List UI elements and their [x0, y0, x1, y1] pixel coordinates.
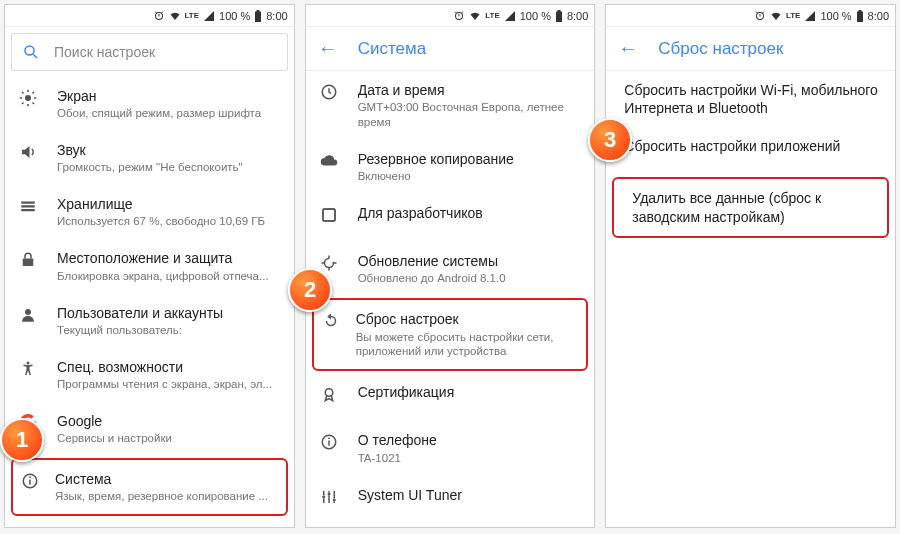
settings-panel-3: LTE 100 % 8:00 ← Сброс настроек Сбросить…	[605, 4, 896, 528]
lock-icon	[17, 249, 39, 269]
svg-point-0	[25, 46, 34, 55]
clock-label: 8:00	[266, 10, 287, 22]
step-bubble-1: 1	[0, 418, 44, 462]
svg-point-19	[327, 492, 330, 495]
reset-list[interactable]: Сбросить настройки Wi-Fi, мобильного Инт…	[606, 71, 895, 527]
a11y-icon	[17, 358, 39, 378]
system-row-info[interactable]: О телефонеTA-1021	[306, 421, 595, 475]
system-row-reset[interactable]: Сброс настроекВы можете сбросить настрой…	[312, 298, 589, 371]
signal-label: LTE	[485, 11, 500, 20]
header-title: Сброс настроек	[658, 39, 783, 59]
row-subtitle: Программы чтения с экрана, экран, эл...	[57, 377, 280, 392]
row-subtitle: Используется 67 %, свободно 10,69 ГБ	[57, 214, 280, 229]
row-title: Экран	[57, 87, 280, 105]
header: ← Сброс настроек	[606, 27, 895, 71]
row-subtitle: Язык, время, резервное копирование ...	[55, 489, 278, 504]
system-row-dev[interactable]: Для разработчиков	[306, 194, 595, 242]
header-title: Система	[358, 39, 426, 59]
tuner-icon	[318, 486, 340, 506]
back-button[interactable]: ←	[618, 37, 638, 60]
svg-rect-10	[29, 476, 31, 478]
settings-list[interactable]: ЭкранОбои, спящий режим, размер шрифтаЗв…	[5, 77, 294, 527]
row-title: Пользователи и аккаунты	[57, 304, 280, 322]
signal-label: LTE	[786, 11, 801, 20]
battery-level: 100 %	[820, 10, 851, 22]
status-bar: LTE 100 % 8:00	[5, 5, 294, 27]
clock-icon	[318, 81, 340, 101]
settings-row-lock[interactable]: Местоположение и защитаБлокировка экрана…	[5, 239, 294, 293]
row-title: Местоположение и защита	[57, 249, 280, 267]
settings-row-a11y[interactable]: Спец. возможностиПрограммы чтения с экра…	[5, 348, 294, 402]
svg-rect-12	[323, 209, 335, 221]
svg-rect-2	[21, 202, 35, 204]
row-title: Хранилище	[57, 195, 280, 213]
settings-row-volume[interactable]: ЗвукГромкость, режим "Не беспокоить"	[5, 131, 294, 185]
settings-panel-1: LTE 100 % 8:00 Поиск настроек ЭкранОбои,…	[4, 4, 295, 528]
update-icon	[318, 252, 340, 272]
row-title: Система	[55, 470, 278, 488]
battery-icon	[254, 10, 262, 22]
system-list[interactable]: Дата и времяGMT+03:00 Восточная Европа, …	[306, 71, 595, 527]
info-icon	[318, 431, 340, 451]
row-title: Сбросить настройки приложений	[624, 137, 881, 155]
row-subtitle: Обои, спящий режим, размер шрифта	[57, 106, 280, 121]
status-bar: LTE 100 % 8:00	[306, 5, 595, 27]
reset-row-2[interactable]: Удалить все данные (сброс к заводским на…	[612, 177, 889, 237]
clock-label: 8:00	[567, 10, 588, 22]
row-subtitle: Обновлено до Android 8.1.0	[358, 271, 581, 286]
row-title: Сбросить настройки Wi-Fi, мобильного Инт…	[624, 81, 881, 117]
row-subtitle: GMT+03:00 Восточная Европа, летнее время	[358, 100, 581, 130]
row-title: Удалить все данные (сброс к заводским на…	[632, 189, 879, 225]
settings-row-google[interactable]: GoogleСервисы и настройки	[5, 402, 294, 456]
row-title: О телефоне	[358, 431, 581, 449]
system-row-clock[interactable]: Дата и времяGMT+03:00 Восточная Европа, …	[306, 71, 595, 140]
row-subtitle: Сервисы и настройки	[57, 431, 280, 446]
wifi-icon	[469, 10, 481, 22]
settings-row-user[interactable]: Пользователи и аккаунтыТекущий пользоват…	[5, 294, 294, 348]
dev-icon	[318, 204, 340, 224]
svg-point-6	[25, 309, 31, 315]
row-title: Спец. возможности	[57, 358, 280, 376]
clock-label: 8:00	[868, 10, 889, 22]
row-title: Сброс настроек	[356, 310, 579, 328]
row-title: Google	[57, 412, 280, 430]
system-row-cert[interactable]: Сертификация	[306, 373, 595, 421]
row-title: System UI Tuner	[358, 486, 581, 504]
brightness-icon	[17, 87, 39, 107]
row-title: Звук	[57, 141, 280, 159]
reset-row-0[interactable]: Сбросить настройки Wi-Fi, мобильного Инт…	[606, 71, 895, 127]
alarm-icon	[754, 10, 766, 22]
status-bar: LTE 100 % 8:00	[606, 5, 895, 27]
wifi-icon	[169, 10, 181, 22]
step-bubble-3: 3	[588, 118, 632, 162]
svg-point-18	[322, 495, 325, 498]
user-icon	[17, 304, 39, 324]
row-title: Сертификация	[358, 383, 581, 401]
battery-icon	[555, 10, 563, 22]
settings-row-storage[interactable]: ХранилищеИспользуется 67 %, свободно 10,…	[5, 185, 294, 239]
system-row-tuner[interactable]: System UI Tuner	[306, 476, 595, 524]
cert-icon	[318, 383, 340, 403]
svg-point-1	[25, 95, 31, 101]
reset-row-1[interactable]: Сбросить настройки приложений	[606, 127, 895, 175]
svg-point-7	[27, 361, 30, 364]
row-subtitle: Блокировка экрана, цифровой отпеча...	[57, 269, 280, 284]
signal-icon	[804, 10, 816, 22]
row-subtitle: TA-1021	[358, 451, 581, 466]
search-icon	[22, 43, 40, 61]
row-subtitle: Текущий пользователь:	[57, 323, 280, 338]
alarm-icon	[153, 10, 165, 22]
signal-icon	[203, 10, 215, 22]
settings-row-info[interactable]: СистемаЯзык, время, резервное копировани…	[11, 458, 288, 516]
system-row-cloud[interactable]: Резервное копированиеВключено	[306, 140, 595, 194]
row-title: Резервное копирование	[358, 150, 581, 168]
search-input[interactable]: Поиск настроек	[11, 33, 288, 71]
svg-rect-13	[323, 209, 335, 221]
settings-row-brightness[interactable]: ЭкранОбои, спящий режим, размер шрифта	[5, 77, 294, 131]
volume-icon	[17, 141, 39, 161]
svg-point-14	[325, 389, 333, 397]
signal-label: LTE	[185, 11, 200, 20]
alarm-icon	[453, 10, 465, 22]
system-row-update[interactable]: Обновление системыОбновлено до Android 8…	[306, 242, 595, 296]
back-button[interactable]: ←	[318, 37, 338, 60]
